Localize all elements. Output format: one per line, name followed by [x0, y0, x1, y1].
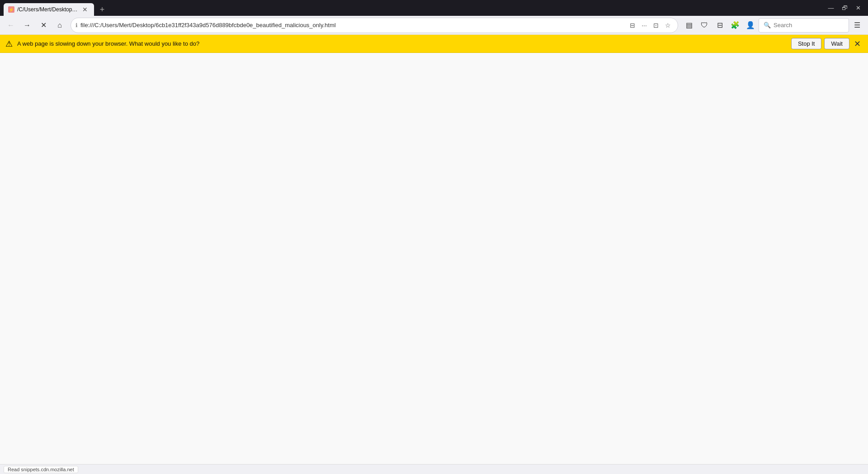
tab-strip: ⚡ /C/Users/Mert/Desktop/6cb1e... ✕ + — [4, 0, 821, 16]
warning-actions: Stop It Wait ✕ — [791, 38, 863, 49]
tab-title: /C/Users/Mert/Desktop/6cb1e... — [17, 6, 78, 13]
status-bar: Read snippets.cdn.mozilla.net — [0, 464, 868, 474]
extensions-button[interactable]: 🧩 — [728, 18, 742, 33]
active-tab[interactable]: ⚡ /C/Users/Mert/Desktop/6cb1e... ✕ — [4, 3, 94, 16]
shield-button[interactable]: 🛡 — [697, 18, 712, 33]
new-tab-button[interactable]: + — [96, 3, 108, 16]
reader-view-button[interactable]: ⊟ — [627, 20, 638, 31]
restore-button[interactable]: 🗗 — [838, 2, 851, 14]
address-actions: ⊟ ··· ⊡ ☆ — [627, 20, 673, 31]
stop-reload-button[interactable]: ✕ — [36, 18, 51, 33]
forward-button[interactable]: → — [20, 18, 34, 33]
synced-tabs-button[interactable]: ⊟ — [712, 18, 727, 33]
lock-icon: ℹ — [75, 22, 78, 28]
warning-icon: ⚠ — [5, 39, 13, 49]
pocket-button[interactable]: ⊡ — [651, 20, 661, 31]
address-bar[interactable]: ℹ ⊟ ··· ⊡ ☆ — [71, 18, 678, 33]
bookmark-button[interactable]: ☆ — [662, 20, 673, 31]
minimize-button[interactable]: — — [825, 2, 837, 14]
search-icon: 🔍 — [764, 22, 771, 28]
warning-message: A web page is slowing down your browser.… — [17, 40, 787, 47]
status-text: Read snippets.cdn.mozilla.net — [4, 466, 78, 473]
search-box[interactable]: 🔍 — [759, 18, 849, 33]
library-button[interactable]: ▤ — [682, 18, 696, 33]
menu-button[interactable]: ☰ — [850, 18, 864, 33]
stop-it-button[interactable]: Stop It — [791, 38, 822, 49]
browser-window: ⚡ /C/Users/Mert/Desktop/6cb1e... ✕ + — 🗗… — [0, 0, 868, 474]
search-input[interactable] — [774, 22, 844, 28]
close-button[interactable]: ✕ — [852, 2, 864, 14]
more-address-button[interactable]: ··· — [639, 20, 650, 31]
warning-bar: ⚠ A web page is slowing down your browse… — [0, 35, 868, 53]
address-input[interactable] — [80, 22, 624, 28]
home-button[interactable]: ⌂ — [52, 18, 67, 33]
back-button[interactable]: ← — [4, 18, 18, 33]
toolbar: ← → ✕ ⌂ ℹ ⊟ ··· ⊡ ☆ ▤ 🛡 ⊟ 🧩 👤 🔍 ☰ — [0, 16, 868, 35]
wait-button[interactable]: Wait — [824, 38, 849, 49]
toolbar-right: ▤ 🛡 ⊟ 🧩 👤 🔍 ☰ — [682, 18, 864, 33]
tab-favicon: ⚡ — [8, 6, 14, 13]
page-content — [0, 53, 868, 474]
window-controls: — 🗗 ✕ — [825, 2, 864, 14]
warning-close-button[interactable]: ✕ — [852, 39, 863, 49]
title-bar: ⚡ /C/Users/Mert/Desktop/6cb1e... ✕ + — 🗗… — [0, 0, 868, 16]
account-button[interactable]: 👤 — [743, 18, 758, 33]
tab-close-button[interactable]: ✕ — [80, 5, 90, 14]
